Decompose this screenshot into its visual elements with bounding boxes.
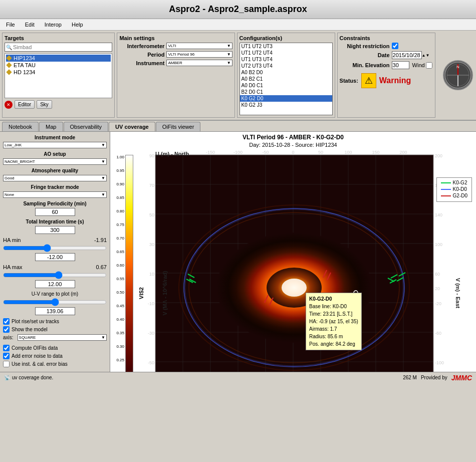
config-list[interactable]: UT1 UT2 UT3UT1 UT2 UT4UT1 UT3 UT4UT2 UT3… <box>240 43 333 115</box>
target-search-input[interactable] <box>13 44 111 50</box>
sampling-input[interactable] <box>35 208 75 216</box>
config-item[interactable]: A0 B2 D0 <box>240 69 332 76</box>
tab-uv-coverage[interactable]: UV coverage <box>109 122 155 131</box>
sampling-section: Sampling Periodicity (min) <box>3 201 107 216</box>
target-search-box[interactable]: 🔍 <box>5 43 112 52</box>
config-item[interactable]: UT2 UT3 UT4 <box>240 63 332 69</box>
menu-interop[interactable]: Interop <box>43 21 64 29</box>
uv-range-section: U-V range to plot (m) <box>3 291 107 315</box>
menu-edit[interactable]: Edit <box>23 21 37 29</box>
compass-container: N <box>437 33 474 118</box>
y-axis-right-title: V (m) - East <box>455 278 461 309</box>
instrument-label: Instrument <box>119 60 164 66</box>
config-item[interactable]: UT1 UT2 UT4 <box>240 50 332 56</box>
config-item[interactable]: B2 D0 C1 <box>240 89 332 95</box>
uv-range-input[interactable] <box>35 307 75 315</box>
colorscale-label: 0.30 <box>116 344 124 349</box>
ha-min-input[interactable] <box>35 253 75 261</box>
instrument-select[interactable]: AMBER ▼ <box>166 60 232 66</box>
svg-text:150: 150 <box>372 150 379 155</box>
instrument-mode-select[interactable]: Low_JHK ▼ <box>3 142 107 148</box>
interferometer-select[interactable]: VLTI ▼ <box>166 43 232 49</box>
tooltip: K0-G2-D0 Base line: K0-D0 Time: 23:21 [L… <box>306 293 362 350</box>
target-icon-0 <box>6 55 12 61</box>
use-inst-row: Use inst. & cal. error bias <box>3 361 107 367</box>
config-item[interactable]: K0 G2 D0 <box>240 95 332 102</box>
targets-panel: Targets 🔍 HIP1234 ETA TAU HD 1234 ✕ Edit… <box>2 33 115 118</box>
use-inst-checkbox[interactable] <box>3 361 10 367</box>
period-row: Period VLTI Period 96 ▼ <box>119 51 232 58</box>
ao-title: AO setup <box>3 151 107 157</box>
add-error-row: Add error noise to data <box>3 353 107 359</box>
constraints-title: Constraints <box>340 35 433 41</box>
integration-input[interactable] <box>35 226 75 234</box>
ao-select[interactable]: NAOMI_BRIGHT ▼ <box>3 158 107 165</box>
tab-map[interactable]: Map <box>39 122 63 131</box>
target-icon-2 <box>6 69 12 75</box>
config-item[interactable]: UT1 UT3 UT4 <box>240 56 332 63</box>
date-input[interactable] <box>392 51 422 59</box>
config-item[interactable]: A0 B2 C1 <box>240 76 332 82</box>
ha-min-section: HA min -1.91 <box>3 237 107 261</box>
axis-select[interactable]: SQUARE ▼ <box>18 334 107 341</box>
fringe-select[interactable]: None ▼ <box>3 191 107 198</box>
editor-button[interactable]: Editor <box>15 100 35 109</box>
config-item[interactable]: K0 G2 J3 <box>240 102 332 108</box>
uv-range-slider[interactable] <box>3 298 107 306</box>
search-icon: 🔍 <box>6 45 12 50</box>
ha-max-input[interactable] <box>35 280 75 288</box>
menu-file[interactable]: File <box>4 21 17 29</box>
colorscale-label: 0.60 <box>116 263 124 268</box>
svg-text:50: 50 <box>318 150 323 155</box>
menu-help[interactable]: Help <box>70 21 85 29</box>
config-item[interactable]: UT1 UT2 UT3 <box>240 43 332 50</box>
atmosphere-section: Atmosphere quality Good ▼ <box>3 168 107 181</box>
period-select[interactable]: VLTI Period 96 ▼ <box>166 51 232 58</box>
interferometer-value: VLTI <box>168 44 176 48</box>
ha-max-slider[interactable] <box>3 271 107 279</box>
sky-button[interactable]: Sky <box>37 100 52 109</box>
delete-target-button[interactable]: ✕ <box>5 101 13 109</box>
ha-max-label: HA max <box>3 264 23 270</box>
svg-text:90: 90 <box>149 153 154 158</box>
ha-min-slider[interactable] <box>3 244 107 252</box>
atmosphere-value: Good <box>5 176 15 180</box>
compute-oifits-checkbox[interactable] <box>3 345 10 351</box>
status-bar: 📡 uv coverage done. 262 M Provided by JM… <box>0 372 476 383</box>
date-spin-icon[interactable]: ▲▼ <box>422 53 430 58</box>
night-restriction-label: Night restriction <box>340 43 390 49</box>
tab-observability[interactable]: Observability <box>64 122 109 131</box>
fringe-section: Fringe tracker mode None ▼ <box>3 184 107 198</box>
provided-by-label: Provided by <box>421 375 447 380</box>
min-elevation-input[interactable] <box>392 61 409 69</box>
ha-max-value: 0.67 <box>96 264 107 270</box>
tooltip-pos-angle: Pos. angle: 84.2 deg <box>309 340 358 348</box>
svg-text:140: 140 <box>435 212 442 217</box>
night-restriction-checkbox[interactable] <box>392 43 398 49</box>
show-model-checkbox[interactable] <box>3 326 10 333</box>
ao-arrow: ▼ <box>101 159 105 164</box>
wind-checkbox[interactable] <box>426 62 432 69</box>
memory-usage: 262 M <box>403 375 417 380</box>
sampling-title: Sampling Periodicity (min) <box>3 201 107 206</box>
svg-text:-60: -60 <box>435 331 441 336</box>
svg-text:200: 200 <box>435 153 442 158</box>
target-item-hd1234[interactable]: HD 1234 <box>6 69 111 76</box>
instrument-mode-title: Instrument mode <box>3 135 107 140</box>
tab-oifits-viewer[interactable]: OiFits viewer <box>156 122 201 131</box>
ha-min-row: HA min -1.91 <box>3 237 107 243</box>
atmosphere-select[interactable]: Good ▼ <box>3 175 107 181</box>
colorscale-label: 0.55 <box>116 277 124 281</box>
config-item[interactable]: A0 D0 C1 <box>240 82 332 89</box>
oifits-section: Compute OIFits data Add error noise to d… <box>3 345 107 367</box>
target-item-eta-tau[interactable]: ETA TAU <box>6 62 111 69</box>
add-error-checkbox[interactable] <box>3 353 10 359</box>
svg-text:-10: -10 <box>148 301 154 306</box>
colorscale-label: 0.80 <box>116 209 124 213</box>
colorscale-label: 0.25 <box>116 358 124 362</box>
target-icon-1 <box>6 62 12 68</box>
tab-notebook[interactable]: Notebook <box>2 122 39 131</box>
plot-rise-checkbox[interactable] <box>3 318 10 325</box>
top-panels: Targets 🔍 HIP1234 ETA TAU HD 1234 ✕ Edit… <box>0 31 476 121</box>
target-item-hip1234[interactable]: HIP1234 <box>6 55 111 62</box>
